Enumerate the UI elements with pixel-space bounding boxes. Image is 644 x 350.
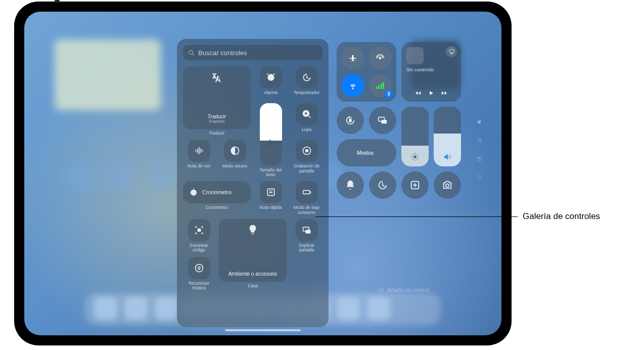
stopwatch-icon	[189, 188, 198, 197]
control-center: Sin contenido Modos	[337, 42, 471, 199]
scan-code-label: Escanear código	[183, 243, 215, 253]
svg-point-8	[195, 264, 203, 272]
focus-label: Modos	[357, 150, 374, 156]
alarm-label: Alarma	[264, 91, 278, 95]
music-page-icon[interactable]: ♫	[475, 136, 483, 144]
gallery-tile-text-size[interactable]: Tamaño del texto	[255, 103, 287, 178]
search-icon	[188, 50, 195, 56]
airplane-mode-toggle[interactable]	[341, 47, 364, 70]
svg-point-9	[379, 57, 382, 60]
voice-memo-label: Nota de voz	[188, 164, 210, 168]
magnifier-label: Lupa	[302, 127, 311, 132]
now-playing-module[interactable]: Sin contenido	[401, 42, 461, 102]
search-controls-input[interactable]: Buscar controles	[183, 45, 323, 60]
battery-icon	[302, 187, 312, 197]
camera-button[interactable]	[434, 171, 461, 199]
note-add-icon	[409, 180, 421, 191]
airplay-button[interactable]	[446, 46, 457, 57]
gallery-tile-screen-mirroring[interactable]: Duplicar pantalla	[291, 219, 323, 253]
airdrop-icon	[376, 54, 385, 63]
cellular-toggle[interactable]	[369, 74, 392, 97]
orientation-lock-icon	[345, 115, 356, 126]
bluetooth-mini-icon	[385, 90, 393, 98]
translate-subtitle: Francés	[209, 119, 225, 124]
gallery-tile-recognize-music[interactable]: Reconocer música	[183, 257, 215, 291]
moon-icon	[344, 148, 353, 157]
rewind-icon[interactable]	[415, 90, 422, 97]
magnifier-icon	[302, 109, 312, 119]
brightness-slider[interactable]	[401, 107, 429, 166]
screen-mirroring-button[interactable]	[369, 107, 396, 134]
plus-circle-icon	[378, 287, 384, 293]
notes-button[interactable]	[401, 171, 429, 199]
gallery-tile-scan-code[interactable]: Escanear código	[183, 219, 215, 253]
svg-point-13	[413, 155, 417, 158]
home-caption: Casa	[248, 284, 258, 288]
now-playing-title: Sin contenido	[406, 67, 456, 72]
screen-recording-label: Grabación de pantalla	[291, 164, 323, 173]
stopwatch-big-label: Cronómetro	[202, 189, 232, 195]
shazam-icon	[194, 263, 204, 273]
now-playing-artwork	[406, 47, 424, 64]
gallery-tile-screen-recording[interactable]: Grabación de pantalla	[291, 140, 323, 177]
volume-slider[interactable]	[434, 107, 461, 166]
silent-mode-button[interactable]	[337, 171, 364, 199]
play-icon[interactable]	[428, 90, 435, 97]
volume-icon	[443, 152, 452, 161]
svg-rect-5	[310, 192, 311, 193]
home-indicator[interactable]	[225, 329, 301, 331]
extra-page-icon[interactable]: ○	[475, 172, 483, 181]
gallery-tile-alarm[interactable]: Alarma	[255, 66, 287, 99]
svg-point-2	[305, 149, 308, 153]
signal-bars-icon	[376, 82, 385, 89]
dark-mode-icon	[230, 146, 240, 156]
gallery-tile-timer[interactable]: Temporizador	[291, 66, 323, 99]
forward-icon[interactable]	[441, 90, 448, 97]
connectivity-module[interactable]	[337, 42, 396, 102]
airdrop-toggle[interactable]	[369, 47, 392, 70]
airplay-icon	[448, 49, 455, 55]
gallery-tile-low-power[interactable]: Modo de bajo consumo	[291, 181, 323, 215]
mirror-icon	[377, 115, 388, 126]
translate-icon	[210, 71, 223, 84]
gallery-tile-stopwatch[interactable]: Cronómetro Cronómetro	[183, 181, 251, 215]
brightness-icon	[410, 152, 420, 161]
screen-mirroring-icon	[302, 225, 312, 235]
favorites-page-icon[interactable]: ♥	[475, 118, 483, 126]
dark-mode-label: Modo oscuro	[222, 164, 247, 168]
connectivity-page-icon[interactable]: ⎋	[475, 154, 483, 162]
timer-icon	[302, 72, 312, 82]
text-size-label: Tamaño del texto	[255, 168, 287, 178]
wifi-icon	[348, 81, 357, 90]
ipad-frame: Buscar controles Traducir Francés Traduc…	[14, 2, 512, 345]
ipad-screen: Buscar controles Traducir Francés Traduc…	[24, 12, 501, 335]
svg-rect-4	[303, 191, 309, 194]
timer-button[interactable]	[369, 171, 396, 199]
svg-point-15	[446, 184, 449, 187]
home-big-title: Ambiente o accesorio	[228, 271, 277, 277]
gallery-tile-translate[interactable]: Traducir Francés Traducir	[183, 66, 251, 136]
search-placeholder: Buscar controles	[198, 49, 247, 57]
quick-note-label: Nota rápida	[260, 205, 282, 210]
svg-rect-7	[305, 230, 310, 234]
recognize-music-label: Reconocer música	[183, 281, 215, 291]
timer-cc-icon	[377, 180, 388, 191]
orientation-lock-button[interactable]	[337, 107, 364, 134]
add-control-label: Añadir un control	[387, 287, 429, 293]
stopwatch-caption: Cronómetro	[206, 205, 228, 210]
gallery-tile-quick-note[interactable]: Nota rápida	[255, 181, 287, 215]
lightbulb-icon	[247, 224, 258, 235]
camera-icon	[442, 180, 453, 191]
blurred-background-window	[55, 39, 161, 110]
add-control-button[interactable]: Añadir un control	[378, 287, 429, 293]
gallery-tile-magnifier[interactable]: Lupa	[291, 103, 323, 136]
wifi-toggle[interactable]	[341, 74, 364, 97]
quick-note-icon	[266, 187, 276, 197]
text-size-icon	[266, 139, 275, 148]
gallery-tile-home[interactable]: Ambiente o accesorio Casa	[219, 219, 287, 290]
gallery-tile-voice-memo[interactable]: Nota de voz	[183, 140, 215, 177]
bell-icon	[345, 180, 356, 191]
gallery-tile-dark-mode[interactable]: Modo oscuro	[219, 140, 251, 177]
focus-button[interactable]: Modos	[337, 139, 396, 166]
page-indicator-sidebar: ♥ ♫ ⎋ ○	[475, 118, 483, 181]
